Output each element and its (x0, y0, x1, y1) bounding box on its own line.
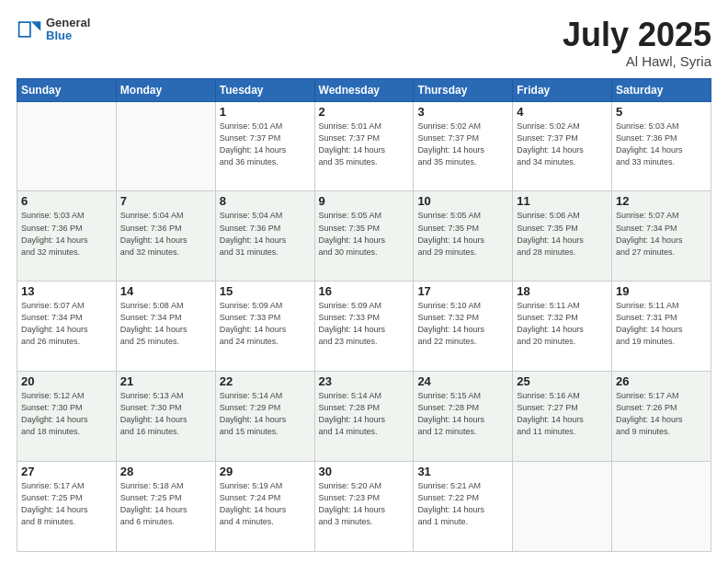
weekday-header-monday: Monday (116, 78, 215, 101)
day-number: 12 (616, 194, 707, 208)
day-info: Sunrise: 5:04 AM Sunset: 7:36 PM Dayligh… (220, 210, 311, 258)
day-number: 3 (417, 105, 508, 119)
header: General Blue July 2025 Al Hawl, Syria (17, 17, 711, 69)
day-number: 15 (220, 284, 311, 298)
calendar-cell: 2Sunrise: 5:01 AM Sunset: 7:37 PM Daylig… (314, 101, 414, 191)
day-info: Sunrise: 5:12 AM Sunset: 7:30 PM Dayligh… (21, 390, 112, 438)
calendar-cell (612, 462, 711, 552)
calendar-cell: 23Sunrise: 5:14 AM Sunset: 7:28 PM Dayli… (314, 372, 414, 462)
weekday-header-sunday: Sunday (17, 78, 117, 101)
weekday-header-friday: Friday (513, 78, 612, 101)
week-row-4: 20Sunrise: 5:12 AM Sunset: 7:30 PM Dayli… (17, 372, 711, 462)
calendar-cell: 9Sunrise: 5:05 AM Sunset: 7:35 PM Daylig… (314, 191, 414, 282)
day-number: 7 (120, 194, 211, 208)
svg-rect-3 (20, 23, 30, 36)
day-info: Sunrise: 5:19 AM Sunset: 7:24 PM Dayligh… (220, 480, 311, 528)
calendar-cell: 6Sunrise: 5:03 AM Sunset: 7:36 PM Daylig… (17, 191, 117, 282)
day-number: 31 (417, 465, 508, 478)
calendar-cell (116, 101, 215, 191)
calendar-cell: 26Sunrise: 5:17 AM Sunset: 7:26 PM Dayli… (612, 372, 711, 462)
day-info: Sunrise: 5:07 AM Sunset: 7:34 PM Dayligh… (616, 210, 707, 258)
day-info: Sunrise: 5:18 AM Sunset: 7:25 PM Dayligh… (120, 480, 211, 528)
logo-text: General Blue (46, 17, 90, 43)
day-number: 9 (319, 194, 410, 208)
calendar-cell: 15Sunrise: 5:09 AM Sunset: 7:33 PM Dayli… (215, 282, 314, 372)
day-info: Sunrise: 5:11 AM Sunset: 7:32 PM Dayligh… (517, 300, 608, 348)
day-info: Sunrise: 5:05 AM Sunset: 7:35 PM Dayligh… (319, 210, 410, 258)
title-block: July 2025 Al Hawl, Syria (563, 17, 711, 69)
week-row-2: 6Sunrise: 5:03 AM Sunset: 7:36 PM Daylig… (17, 191, 711, 282)
day-number: 13 (21, 284, 112, 298)
page: General Blue July 2025 Al Hawl, Syria Su… (0, 0, 728, 563)
calendar-cell: 7Sunrise: 5:04 AM Sunset: 7:36 PM Daylig… (116, 191, 215, 282)
title-location: Al Hawl, Syria (563, 53, 711, 69)
day-number: 27 (21, 465, 112, 478)
day-number: 24 (417, 374, 508, 388)
day-info: Sunrise: 5:15 AM Sunset: 7:28 PM Dayligh… (417, 390, 508, 438)
day-info: Sunrise: 5:05 AM Sunset: 7:35 PM Dayligh… (417, 210, 508, 258)
calendar-cell: 18Sunrise: 5:11 AM Sunset: 7:32 PM Dayli… (513, 282, 612, 372)
calendar-cell: 20Sunrise: 5:12 AM Sunset: 7:30 PM Dayli… (17, 372, 117, 462)
week-row-3: 13Sunrise: 5:07 AM Sunset: 7:34 PM Dayli… (17, 282, 711, 372)
calendar-cell: 14Sunrise: 5:08 AM Sunset: 7:34 PM Dayli… (116, 282, 215, 372)
calendar-cell: 22Sunrise: 5:14 AM Sunset: 7:29 PM Dayli… (215, 372, 314, 462)
day-info: Sunrise: 5:01 AM Sunset: 7:37 PM Dayligh… (319, 121, 410, 168)
day-info: Sunrise: 5:09 AM Sunset: 7:33 PM Dayligh… (220, 300, 311, 348)
weekday-header-thursday: Thursday (414, 78, 513, 101)
day-info: Sunrise: 5:02 AM Sunset: 7:37 PM Dayligh… (517, 121, 608, 168)
weekday-header-wednesday: Wednesday (314, 78, 414, 101)
title-month: July 2025 (563, 17, 711, 53)
day-number: 10 (417, 194, 508, 208)
day-number: 26 (616, 374, 707, 388)
day-info: Sunrise: 5:13 AM Sunset: 7:30 PM Dayligh… (120, 390, 211, 438)
day-info: Sunrise: 5:11 AM Sunset: 7:31 PM Dayligh… (616, 300, 707, 348)
day-info: Sunrise: 5:07 AM Sunset: 7:34 PM Dayligh… (21, 300, 112, 348)
day-number: 4 (517, 105, 608, 119)
day-info: Sunrise: 5:04 AM Sunset: 7:36 PM Dayligh… (120, 210, 211, 258)
day-info: Sunrise: 5:03 AM Sunset: 7:36 PM Dayligh… (616, 121, 707, 168)
logo-icon (17, 17, 42, 42)
day-number: 8 (220, 194, 311, 208)
weekday-header-row: SundayMondayTuesdayWednesdayThursdayFrid… (17, 78, 711, 101)
calendar-cell: 3Sunrise: 5:02 AM Sunset: 7:37 PM Daylig… (414, 101, 513, 191)
calendar-cell: 31Sunrise: 5:21 AM Sunset: 7:22 PM Dayli… (414, 462, 513, 552)
day-number: 25 (517, 374, 608, 388)
calendar-cell: 19Sunrise: 5:11 AM Sunset: 7:31 PM Dayli… (612, 282, 711, 372)
calendar-cell: 27Sunrise: 5:17 AM Sunset: 7:25 PM Dayli… (17, 462, 117, 552)
calendar-cell: 17Sunrise: 5:10 AM Sunset: 7:32 PM Dayli… (414, 282, 513, 372)
day-number: 18 (517, 284, 608, 298)
calendar-cell: 1Sunrise: 5:01 AM Sunset: 7:37 PM Daylig… (215, 101, 314, 191)
calendar-cell: 16Sunrise: 5:09 AM Sunset: 7:33 PM Dayli… (314, 282, 414, 372)
calendar-cell: 4Sunrise: 5:02 AM Sunset: 7:37 PM Daylig… (513, 101, 612, 191)
day-number: 11 (517, 194, 608, 208)
calendar-cell (513, 462, 612, 552)
day-info: Sunrise: 5:21 AM Sunset: 7:22 PM Dayligh… (417, 480, 508, 528)
calendar-cell: 13Sunrise: 5:07 AM Sunset: 7:34 PM Dayli… (17, 282, 117, 372)
week-row-1: 1Sunrise: 5:01 AM Sunset: 7:37 PM Daylig… (17, 101, 711, 191)
calendar-cell: 11Sunrise: 5:06 AM Sunset: 7:35 PM Dayli… (513, 191, 612, 282)
day-number: 23 (319, 374, 410, 388)
weekday-header-saturday: Saturday (612, 78, 711, 101)
day-number: 22 (220, 374, 311, 388)
calendar-cell: 21Sunrise: 5:13 AM Sunset: 7:30 PM Dayli… (116, 372, 215, 462)
day-info: Sunrise: 5:17 AM Sunset: 7:26 PM Dayligh… (616, 390, 707, 438)
calendar-cell: 8Sunrise: 5:04 AM Sunset: 7:36 PM Daylig… (215, 191, 314, 282)
day-number: 1 (220, 105, 311, 119)
day-info: Sunrise: 5:02 AM Sunset: 7:37 PM Dayligh… (417, 121, 508, 168)
logo: General Blue (17, 17, 90, 43)
day-number: 14 (120, 284, 211, 298)
day-info: Sunrise: 5:08 AM Sunset: 7:34 PM Dayligh… (120, 300, 211, 348)
calendar-table: SundayMondayTuesdayWednesdayThursdayFrid… (17, 78, 711, 552)
day-info: Sunrise: 5:14 AM Sunset: 7:28 PM Dayligh… (319, 390, 410, 438)
calendar-cell: 28Sunrise: 5:18 AM Sunset: 7:25 PM Dayli… (116, 462, 215, 552)
calendar-cell: 12Sunrise: 5:07 AM Sunset: 7:34 PM Dayli… (612, 191, 711, 282)
day-info: Sunrise: 5:20 AM Sunset: 7:23 PM Dayligh… (319, 480, 410, 528)
day-number: 30 (319, 465, 410, 478)
day-info: Sunrise: 5:09 AM Sunset: 7:33 PM Dayligh… (319, 300, 410, 348)
calendar-cell: 10Sunrise: 5:05 AM Sunset: 7:35 PM Dayli… (414, 191, 513, 282)
day-number: 17 (417, 284, 508, 298)
day-number: 29 (220, 465, 311, 478)
week-row-5: 27Sunrise: 5:17 AM Sunset: 7:25 PM Dayli… (17, 462, 711, 552)
day-number: 2 (319, 105, 410, 119)
calendar-cell: 25Sunrise: 5:16 AM Sunset: 7:27 PM Dayli… (513, 372, 612, 462)
